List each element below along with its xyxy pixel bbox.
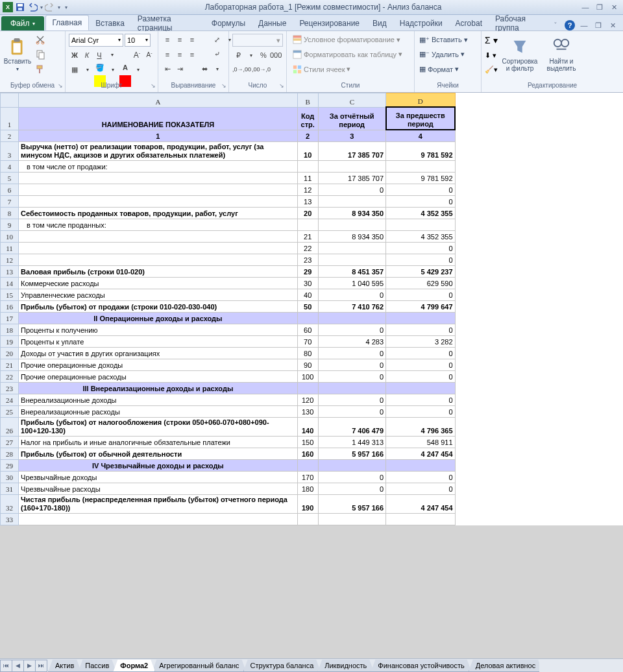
sheet-tab[interactable]: Финансовая устойчивость xyxy=(371,660,471,672)
cell[interactable]: 4 799 647 xyxy=(386,301,455,313)
ribbon-tab[interactable]: Разметка страницы xyxy=(131,16,205,30)
sheet-tab[interactable]: Пассив xyxy=(78,660,116,672)
merge-icon[interactable]: ⬌ xyxy=(199,64,210,75)
cell[interactable]: 4 352 355 xyxy=(386,208,455,219)
minimize-icon[interactable]: — xyxy=(580,3,591,12)
drop-icon[interactable]: ▾ xyxy=(58,5,60,10)
cell[interactable] xyxy=(297,161,318,173)
cell[interactable]: 12 xyxy=(297,184,318,196)
cell[interactable]: 8 934 350 xyxy=(318,208,385,219)
first-sheet-icon[interactable]: ⏮ xyxy=(0,660,12,672)
grid[interactable]: A B C D 1 НАИМЕНОВАНИЕ ПОКАЗАТЕЛЯ Код ст… xyxy=(0,93,456,525)
dialog-launcher-icon[interactable]: ↘ xyxy=(279,82,284,89)
underline-button[interactable]: Ч xyxy=(93,49,105,61)
cell[interactable] xyxy=(19,173,298,184)
column-header[interactable]: A xyxy=(19,93,298,108)
cell[interactable]: 629 590 xyxy=(386,278,455,289)
row-header[interactable]: 27 xyxy=(1,437,19,448)
format-cells-button[interactable]: ▦ Формат ▾ xyxy=(418,63,478,76)
cell[interactable] xyxy=(318,161,385,173)
cell[interactable]: 0 xyxy=(318,348,385,359)
cell[interactable]: 5 957 166 xyxy=(318,448,385,460)
cell[interactable]: Валовая прибыль (строки 010-020) xyxy=(19,266,298,278)
cell[interactable] xyxy=(318,383,385,394)
wrap-text-icon[interactable]: ⤶ xyxy=(211,49,223,60)
cell[interactable]: 23 xyxy=(297,254,318,266)
ribbon-tab[interactable]: Вставка xyxy=(89,16,131,30)
cell[interactable] xyxy=(19,184,298,196)
grow-font-icon[interactable]: Aˆ xyxy=(131,49,143,61)
cell[interactable]: 130 xyxy=(297,406,318,418)
cell[interactable]: в том числе проданных: xyxy=(19,219,298,231)
percent-icon[interactable]: % xyxy=(258,49,269,61)
cell[interactable]: 3 282 xyxy=(386,336,455,348)
cell[interactable]: 4 247 454 xyxy=(386,448,455,460)
column-header[interactable]: D xyxy=(386,93,455,108)
ribbon-tab[interactable]: Вид xyxy=(366,16,393,30)
cell[interactable]: Управленческие расходы xyxy=(19,289,298,301)
row-header[interactable]: 14 xyxy=(1,278,19,289)
currency-icon[interactable]: ₽ xyxy=(232,49,244,61)
increase-decimal-icon[interactable]: ,0→,00 xyxy=(232,64,251,75)
dialog-launcher-icon[interactable]: ↘ xyxy=(151,82,156,89)
cell[interactable]: 50 xyxy=(297,301,318,313)
cell[interactable] xyxy=(318,243,385,254)
cell[interactable]: 7 410 762 xyxy=(318,301,385,313)
cell[interactable]: НАИМЕНОВАНИЕ ПОКАЗАТЕЛЯ xyxy=(19,107,298,130)
dialog-launcher-icon[interactable]: ↘ xyxy=(58,82,63,89)
clear-icon[interactable]: 🧹▾ xyxy=(485,66,498,74)
cell[interactable]: 100 xyxy=(297,371,318,383)
cut-icon[interactable] xyxy=(34,33,47,46)
cell[interactable]: Внереализационные доходы xyxy=(19,394,298,406)
cell[interactable]: За предшеств период xyxy=(386,107,455,130)
sheet-tab[interactable]: Ликвидность xyxy=(317,660,374,672)
cell[interactable]: Прибыль (убыток) от обычной деятельности xyxy=(19,448,298,460)
cell[interactable]: Код стр. xyxy=(297,107,318,130)
cell-styles-button[interactable]: Стили ячеек ▾ xyxy=(290,63,411,76)
cell[interactable]: 8 451 357 xyxy=(318,266,385,278)
cell[interactable] xyxy=(386,219,455,231)
cell[interactable]: 0 xyxy=(386,394,455,406)
align-bottom-icon[interactable]: ≡ xyxy=(186,34,198,45)
cell[interactable]: 1 040 595 xyxy=(318,278,385,289)
cell[interactable]: 0 xyxy=(386,359,455,371)
cell[interactable] xyxy=(386,514,455,525)
ribbon-tab[interactable]: Acrobat xyxy=(449,16,489,30)
cell[interactable]: 0 xyxy=(386,324,455,336)
cell[interactable]: Прибыль (убыток) от продажи (строки 010-… xyxy=(19,301,298,313)
increase-indent-icon[interactable]: ⇥ xyxy=(174,64,186,75)
cell[interactable] xyxy=(318,514,385,525)
cell[interactable]: Налог на прибыль и иные аналогичные обяз… xyxy=(19,437,298,448)
ribbon-min-icon[interactable]: ˇ xyxy=(550,20,561,30)
cell[interactable]: 0 xyxy=(318,371,385,383)
cell[interactable]: 0 xyxy=(386,472,455,483)
cell[interactable]: 0 xyxy=(386,196,455,208)
cell[interactable]: 13 xyxy=(297,196,318,208)
cell[interactable]: Доходы от участия в других организациях xyxy=(19,348,298,359)
row-header[interactable]: 5 xyxy=(1,173,19,184)
cell[interactable]: 4 283 xyxy=(318,336,385,348)
row-header[interactable]: 30 xyxy=(1,472,19,483)
sheet-tab[interactable]: Деловая активнос xyxy=(469,660,540,672)
file-tab[interactable]: Файл▾ xyxy=(1,16,44,30)
row-header[interactable]: 33 xyxy=(1,514,19,525)
cell[interactable]: 170 xyxy=(297,472,318,483)
cell[interactable] xyxy=(19,243,298,254)
cell[interactable]: II Операционные доходы и расходы xyxy=(19,313,298,324)
cell[interactable]: 4 xyxy=(386,130,455,142)
row-header[interactable]: 3 xyxy=(1,142,19,161)
sheet-tab[interactable]: Актив xyxy=(48,660,81,672)
row-header[interactable]: 1 xyxy=(1,107,19,130)
cell[interactable]: Прибыль (убыток) от налогообложения (стр… xyxy=(19,418,298,437)
ribbon-tab[interactable]: Надстройки xyxy=(393,16,449,30)
cell[interactable]: Чистая прибыль (нераспределенная прибыль… xyxy=(19,495,298,514)
cell[interactable] xyxy=(318,196,385,208)
conditional-formatting-button[interactable]: Условное форматирование ▾ xyxy=(290,33,411,46)
align-left-icon[interactable]: ≡ xyxy=(162,49,173,60)
sheet-tab[interactable]: Форма2 xyxy=(113,660,155,672)
insert-cells-button[interactable]: ▦⁺ Вставить ▾ xyxy=(418,33,478,46)
row-header[interactable]: 25 xyxy=(1,406,19,418)
bold-button[interactable]: Ж xyxy=(69,49,80,61)
qat-customize-icon[interactable]: ▾ xyxy=(65,5,67,10)
font-color-icon[interactable]: A xyxy=(119,64,131,75)
